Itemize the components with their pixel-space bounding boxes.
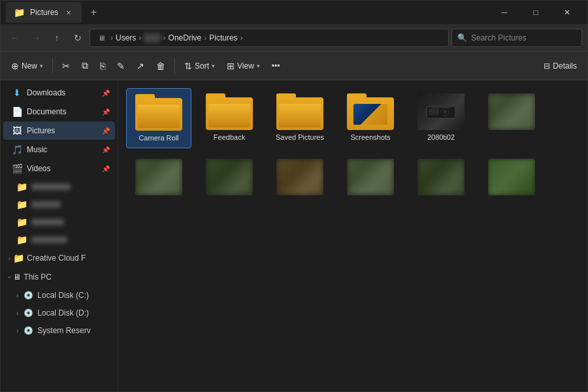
copy-button[interactable]: ⧉ bbox=[76, 56, 93, 76]
sidebar-item-local-d[interactable]: › 💿 Local Disk (D:) bbox=[3, 304, 115, 321]
paste-button[interactable]: ⎘ bbox=[95, 56, 110, 76]
folder-label-3 bbox=[31, 219, 64, 225]
back-button[interactable]: ← bbox=[6, 29, 24, 47]
folder-label-2 bbox=[31, 201, 61, 208]
sort-chevron-icon: ▾ bbox=[212, 63, 215, 69]
folder-icon-2: 📁 bbox=[16, 199, 27, 210]
sidebar-label-documents: Documents bbox=[27, 107, 98, 116]
sidebar-item-documents[interactable]: 📄 Documents 📌 bbox=[3, 103, 115, 121]
system-res-expand-icon: › bbox=[16, 327, 18, 335]
sidebar-folder-2[interactable]: 📁 bbox=[3, 196, 115, 213]
address-path[interactable]: 🖥 › Users › •••••• › OneDrive › Pictures… bbox=[90, 29, 449, 47]
delete-button[interactable]: 🗑 bbox=[151, 56, 171, 76]
search-box[interactable]: 🔍 Search Pictures bbox=[451, 29, 582, 47]
maximize-button[interactable]: □ bbox=[521, 2, 551, 23]
rename-icon: ✎ bbox=[117, 61, 125, 71]
sort-button[interactable]: ⇅ Sort ▾ bbox=[179, 56, 220, 76]
img7-preview bbox=[488, 159, 535, 195]
saved-pictures-folder-icon bbox=[276, 93, 323, 130]
tab-close-button[interactable]: ✕ bbox=[63, 7, 74, 18]
svg-rect-4 bbox=[432, 105, 450, 108]
path-onedrive[interactable]: OneDrive bbox=[169, 33, 202, 42]
path-users[interactable]: Users bbox=[116, 33, 136, 42]
img2-thumb bbox=[206, 159, 253, 195]
file-item-saved-pictures[interactable]: Saved Pictures bbox=[267, 88, 333, 148]
sidebar-folder-1[interactable]: 📁 bbox=[3, 178, 115, 195]
local-c-icon: 💿 bbox=[24, 291, 33, 300]
path-username[interactable]: •••••• bbox=[144, 33, 160, 42]
new-tab-button[interactable]: + bbox=[84, 3, 103, 22]
close-button[interactable]: ✕ bbox=[552, 2, 582, 23]
file-item-img1[interactable] bbox=[126, 154, 191, 203]
sidebar-item-pictures[interactable]: 🖼 Pictures 📌 bbox=[3, 122, 115, 140]
file-item-img7[interactable] bbox=[479, 154, 544, 203]
more-button[interactable]: ••• bbox=[267, 56, 286, 76]
pictures-icon: 🖼 bbox=[11, 125, 23, 136]
creative-cloud-chevron-icon: › bbox=[8, 255, 10, 262]
sidebar-label-music: Music bbox=[27, 145, 98, 154]
videos-icon: 🎬 bbox=[11, 163, 23, 174]
up-button[interactable]: ↑ bbox=[48, 29, 66, 47]
cut-button[interactable]: ✂ bbox=[57, 56, 75, 76]
window-controls: ─ □ ✕ bbox=[489, 2, 582, 23]
toolbar-separator-1 bbox=[52, 58, 53, 74]
sidebar-item-this-pc[interactable]: › 🖥 This PC bbox=[3, 268, 115, 286]
file-item-img4[interactable] bbox=[338, 154, 403, 203]
sidebar-folder-3[interactable]: 📁 bbox=[3, 214, 115, 231]
screenshots-folder-icon bbox=[347, 93, 394, 130]
rename-button[interactable]: ✎ bbox=[112, 56, 130, 76]
view-label: View bbox=[237, 61, 254, 71]
files-grid: Camera Roll Feedback bbox=[126, 88, 580, 203]
new-chevron-icon: ▾ bbox=[40, 63, 43, 69]
sidebar-label-downloads: Downloads bbox=[27, 88, 98, 97]
file-item-img3[interactable] bbox=[267, 154, 333, 203]
refresh-button[interactable]: ↻ bbox=[69, 29, 87, 47]
minimize-button[interactable]: ─ bbox=[489, 2, 519, 23]
toolbar: ⊕ New ▾ ✂ ⧉ ⎘ ✎ ↗ 🗑 ⇅ Sort ▾ ⊞ bbox=[1, 52, 587, 80]
img5-preview bbox=[417, 159, 465, 195]
sidebar-folder-4[interactable]: 📁 bbox=[3, 231, 115, 248]
pin-icon-downloads: 📌 bbox=[102, 90, 110, 97]
address-bar-row: ← → ↑ ↻ 🖥 › Users › •••••• › OneDrive › … bbox=[1, 24, 587, 52]
file-item-screenshots[interactable]: Screenshots bbox=[338, 88, 403, 148]
music-icon: 🎵 bbox=[11, 144, 23, 155]
new-button[interactable]: ⊕ New ▾ bbox=[6, 56, 48, 76]
share-button[interactable]: ↗ bbox=[131, 56, 150, 76]
file-item-2080ti02[interactable]: 2080ti02 bbox=[408, 88, 474, 148]
forward-button[interactable]: → bbox=[27, 29, 45, 47]
2080ti02-label: 2080ti02 bbox=[427, 133, 455, 142]
feedback-folder-icon bbox=[206, 93, 253, 130]
path-pictures[interactable]: Pictures bbox=[209, 33, 237, 42]
folder-icon-4: 📁 bbox=[16, 235, 27, 245]
creative-cloud-label: Creative Cloud F bbox=[27, 253, 86, 263]
more-icon: ••• bbox=[272, 61, 280, 71]
downloads-icon: ⬇ bbox=[11, 88, 23, 98]
sidebar-item-downloads[interactable]: ⬇ Downloads 📌 bbox=[3, 84, 115, 102]
delete-icon: 🗑 bbox=[156, 61, 165, 71]
file-item-feedback[interactable]: Feedback bbox=[197, 88, 262, 148]
new-icon: ⊕ bbox=[11, 61, 19, 71]
pin-icon-documents: 📌 bbox=[102, 108, 110, 116]
documents-icon: 📄 bbox=[11, 106, 23, 117]
sidebar-item-system-res[interactable]: › 💿 System Reserv bbox=[3, 322, 115, 339]
sidebar-item-creative-cloud[interactable]: › 📁 Creative Cloud F bbox=[3, 249, 115, 267]
file-item-img5[interactable] bbox=[408, 154, 474, 203]
file-item-camera-roll[interactable]: Camera Roll bbox=[126, 88, 191, 148]
camera-roll-folder-icon bbox=[135, 94, 182, 131]
title-bar: 📁 Pictures ✕ + ─ □ ✕ bbox=[1, 1, 587, 24]
sidebar-item-local-c[interactable]: › 💿 Local Disk (C:) bbox=[3, 287, 115, 304]
2080ti02-preview bbox=[417, 93, 465, 130]
creative-cloud-folder-icon: 📁 bbox=[13, 253, 24, 263]
details-button[interactable]: ⊟ Details bbox=[538, 59, 582, 73]
sidebar-item-music[interactable]: 🎵 Music 📌 bbox=[3, 140, 115, 159]
active-tab[interactable]: 📁 Pictures ✕ bbox=[6, 2, 82, 23]
tab-folder-icon: 📁 bbox=[14, 7, 25, 18]
img2-preview bbox=[206, 159, 253, 195]
view-button[interactable]: ⊞ View ▾ bbox=[221, 56, 265, 76]
svg-rect-1 bbox=[429, 108, 439, 115]
pin-icon-pictures: 📌 bbox=[102, 127, 110, 135]
sidebar-item-videos[interactable]: 🎬 Videos 📌 bbox=[3, 159, 115, 178]
file-item-img2[interactable] bbox=[197, 154, 262, 203]
file-item-img6[interactable] bbox=[479, 88, 544, 148]
folder-label-1 bbox=[31, 184, 71, 190]
